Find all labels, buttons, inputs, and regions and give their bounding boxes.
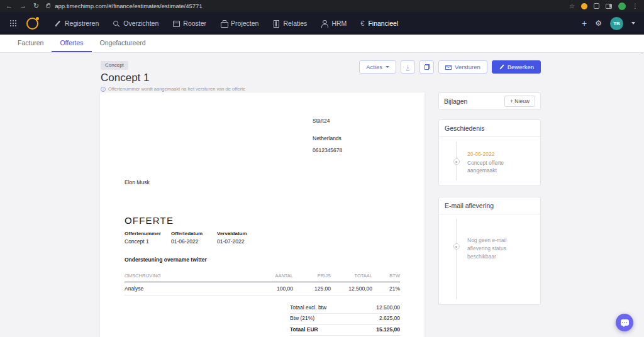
email-aflevering-title: E-mail aflevering: [439, 197, 540, 214]
bookmark-star-icon[interactable]: ☆: [569, 3, 575, 9]
right-sidebar: Bijlagen + Nieuw Geschiedenis 20-06-2022…: [438, 92, 541, 305]
nav-label: Registreren: [65, 19, 99, 27]
offer-meta: Offertenummer Concept 1 Offertedatum 01-…: [125, 231, 264, 245]
navbar-right: + ⚙ TB: [582, 17, 635, 30]
copy-button[interactable]: [419, 60, 434, 74]
nav-label: Financieel: [368, 19, 398, 27]
total-value: 2.625,00: [379, 316, 400, 322]
status-badge: Concept: [101, 61, 128, 70]
extensions-puzzle-icon[interactable]: [594, 3, 599, 9]
nav-item-rooster[interactable]: Rooster: [165, 12, 213, 35]
url-bar[interactable]: app.timechimp.com/#/finance/estimates/es…: [55, 3, 202, 9]
browser-right-icons: ☆ ⋮: [569, 3, 638, 10]
timeline-dot-icon: [453, 158, 460, 165]
versturen-button[interactable]: Versturen: [438, 60, 487, 74]
nav-item-hrm[interactable]: HRM: [314, 12, 353, 35]
timechimp-logo[interactable]: [26, 18, 38, 30]
browser-toolbar: ← → ↻ app.timechimp.com/#/finance/estima…: [0, 0, 644, 12]
geschiedenis-card: Geschiedenis 20-06-2022 Concept offerte …: [438, 119, 541, 186]
meta-value: 01-07-2022: [217, 238, 264, 245]
geschiedenis-title: Geschiedenis: [439, 120, 540, 137]
info-note: Offertenummer wordt aangemaakt na het ve…: [108, 86, 245, 92]
total-row-btw: Btw (21%) 2.625,00: [290, 314, 400, 325]
apps-grid-icon[interactable]: [10, 20, 16, 26]
download-button[interactable]: ↓: [401, 60, 415, 74]
app-navbar: Registreren Overzichten Rooster Projecte…: [0, 12, 644, 35]
sender-name: Start24: [313, 118, 330, 124]
offer-subject: Ondersteuning overname twitter: [125, 257, 207, 263]
geschiedenis-timeline: 20-06-2022 Concept offerte aangemaakt: [439, 137, 540, 185]
quick-add-icon[interactable]: +: [582, 19, 587, 28]
email-empty-text: Nog geen e-mail aflevering status beschi…: [467, 236, 525, 260]
total-value: 15.125,00: [376, 327, 400, 333]
acties-button[interactable]: Acties: [359, 60, 396, 74]
browser-profile-avatar[interactable]: [618, 3, 626, 10]
sender-country: Netherlands: [313, 135, 341, 141]
history-date: 20-06-2022: [467, 151, 521, 158]
meta-value: 01-06-2022: [171, 238, 217, 245]
bewerken-label: Bewerken: [508, 64, 534, 70]
nav-item-registreren[interactable]: Registreren: [47, 12, 106, 35]
nav-item-overzichten[interactable]: Overzichten: [106, 12, 165, 35]
history-text: Concept offerte aangemaakt: [467, 160, 521, 175]
mail-icon: [445, 65, 452, 70]
extension-badge-icon[interactable]: [581, 3, 587, 9]
tab-offertes[interactable]: Offertes: [52, 35, 91, 52]
total-row-excl: Totaal excl. btw 12.500,00: [290, 302, 400, 314]
tab-ongefactureerd[interactable]: Ongefactureerd: [92, 35, 154, 52]
back-icon[interactable]: ←: [6, 3, 13, 9]
lock-icon[interactable]: [46, 4, 50, 8]
nav-label: Relaties: [283, 19, 307, 27]
table-row: Analyse 100,00 125,00 12.500,00 21%: [125, 282, 400, 296]
nav-item-projecten[interactable]: Projecten: [213, 12, 265, 35]
meta-label: Offertenummer: [125, 231, 171, 236]
nav-item-relaties[interactable]: Relaties: [265, 12, 314, 35]
side-panel-icon[interactable]: [606, 4, 612, 9]
info-icon: i: [101, 87, 106, 92]
download-icon: ↓: [406, 64, 409, 71]
total-label: Btw (21%): [290, 316, 314, 322]
nav-label: Rooster: [183, 19, 206, 27]
bewerken-button[interactable]: Bewerken: [492, 60, 541, 74]
pencil-icon: [499, 64, 504, 70]
meta-value: Concept 1: [125, 238, 171, 245]
nav-label: Overzichten: [123, 19, 158, 27]
nieuw-button[interactable]: + Nieuw: [504, 96, 535, 107]
meta-label: Offertedatum: [171, 231, 217, 236]
header-btw: BTW: [372, 273, 400, 279]
meta-offertenummer: Offertenummer Concept 1: [125, 231, 171, 245]
meta-vervaldatum: Vervaldatum 01-07-2022: [217, 231, 264, 245]
header-totaal: TOTAAL: [331, 273, 372, 279]
email-timeline: Nog geen e-mail aflevering status beschi…: [439, 214, 540, 304]
reload-icon[interactable]: ↻: [33, 3, 39, 9]
people-icon: [321, 20, 328, 27]
chevron-down-icon: [386, 66, 389, 68]
cell-prijs: 125,00: [293, 286, 331, 292]
nav-label: Projecten: [231, 19, 258, 27]
nav-item-financieel[interactable]: € Financieel: [353, 12, 405, 35]
settings-gear-icon[interactable]: ⚙: [595, 19, 602, 27]
chat-bubble-icon: [621, 319, 629, 326]
history-entry: 20-06-2022 Concept offerte aangemaakt: [467, 151, 521, 175]
recipient-name: Elon Musk: [125, 179, 150, 185]
timeline-dot-icon: [453, 243, 460, 250]
browser-menu-icon[interactable]: ⋮: [632, 3, 638, 9]
tab-facturen[interactable]: Facturen: [9, 35, 52, 52]
user-avatar[interactable]: TB: [610, 17, 623, 30]
table-header-row: OMSCHRIJVING AANTAL PRIJS TOTAAL BTW: [125, 273, 400, 282]
total-row-eur: Totaal EUR 15.125,00: [290, 325, 400, 336]
meta-label: Vervaldatum: [217, 231, 264, 236]
search-icon: [113, 20, 119, 27]
forward-icon[interactable]: →: [19, 3, 26, 9]
briefcase-icon: [220, 20, 227, 27]
line-items-table: OMSCHRIJVING AANTAL PRIJS TOTAAL BTW Ana…: [125, 273, 400, 296]
chevron-down-icon[interactable]: [631, 22, 635, 25]
cell-aantal: 100,00: [247, 286, 293, 292]
calendar-icon: [172, 20, 179, 27]
page-header: Concept Concept 1 i Offertenummer wordt …: [101, 58, 245, 92]
total-label: Totaal EUR: [290, 327, 318, 333]
euro-icon: €: [360, 20, 364, 27]
sub-nav-tabs: Facturen Offertes Ongefactureerd: [0, 35, 644, 53]
page-title: Concept 1: [101, 72, 245, 84]
chat-button[interactable]: [616, 314, 633, 331]
